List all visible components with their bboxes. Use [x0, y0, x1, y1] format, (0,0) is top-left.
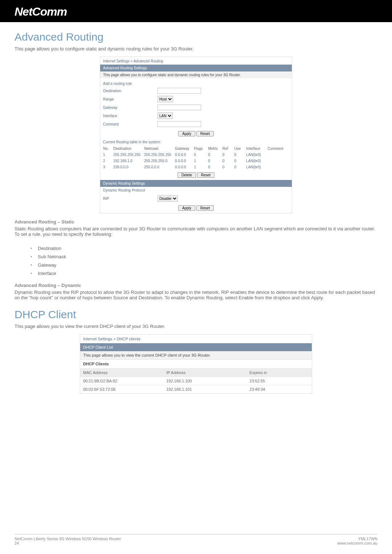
label-interface: Interface	[103, 114, 158, 118]
dhcp-panel: Internet Settings > DHCP clients DHCP Cl…	[80, 334, 312, 394]
para-dynamic: Dynamic Routing uses the RIP protocol to…	[15, 290, 377, 300]
footer-product: NetComm Liberty Series 3G Wireless N150 …	[15, 537, 121, 541]
list-item: Destination	[30, 244, 377, 253]
select-interface[interactable]: LAN	[158, 112, 173, 119]
label-range: Range	[103, 97, 158, 101]
heading-static: Advanced Routing – Static	[15, 219, 377, 225]
select-range[interactable]: Host	[158, 96, 173, 102]
footer: NetComm Liberty Series 3G Wireless N150 …	[15, 534, 377, 545]
breadcrumb: Internet Settings > Advanced Routing	[100, 57, 292, 65]
dhcp-section: DHCP Clients	[80, 359, 312, 368]
input-destination[interactable]	[158, 88, 201, 94]
col-comment: Comment	[268, 147, 289, 151]
dhcp-breadcrumb: Internet Settings > DHCP clients	[80, 335, 312, 343]
col-ip: IP Address	[166, 370, 249, 375]
table-row[interactable]: 3239.0.0.0255.0.0.00.0.0.01000LAN(br0)	[100, 164, 292, 170]
page-content: Advanced Routing This page allows you to…	[0, 22, 392, 394]
footer-url: www.netcomm.com.au	[337, 541, 377, 545]
col-exp: Expires in	[249, 370, 309, 375]
col-no: No.	[103, 147, 113, 151]
label-comment: Comment	[103, 122, 158, 126]
col-iface: Interface	[246, 147, 268, 151]
reset-button[interactable]: Reset	[196, 131, 214, 136]
dyn-apply-button[interactable]: Apply	[178, 205, 195, 211]
table-row[interactable]: 00:21:9B:D2:BA:82192.168.1.10023:52:55	[80, 377, 312, 385]
reset-table-button[interactable]: Reset	[197, 172, 215, 178]
list-item: Interface	[30, 269, 377, 278]
col-dest: Destination	[113, 147, 144, 151]
col-mac: MAC Address	[83, 370, 166, 375]
select-rip[interactable]: Disable	[158, 195, 178, 202]
heading-advanced-routing: Advanced Routing	[15, 31, 377, 43]
panel-desc: This page allows you to configure static…	[100, 71, 292, 78]
routing-table-header: No. Destination Netmask Gateway Flags Me…	[100, 145, 292, 152]
label-destination: Destination	[103, 89, 158, 93]
brand-logo: NetComm	[15, 5, 377, 19]
table-row[interactable]: 00:02:6F:53:72:0E192.168.1.10123:49:34	[80, 385, 312, 393]
heading-dhcp: DHCP Client	[15, 308, 377, 321]
col-gw: Gateway	[175, 147, 194, 151]
label-rip: RIP	[103, 197, 158, 201]
col-ref: Ref	[222, 147, 234, 151]
dhcp-title: DHCP Client List	[80, 343, 312, 351]
label-add-rule: Add a routing rule	[103, 82, 158, 86]
static-bullet-list: DestinationSub NetmaskGatewayInterface	[15, 242, 377, 280]
delete-button[interactable]: Delete	[177, 172, 196, 178]
table-row[interactable]: 1255.255.255.255255.255.255.2550.0.0.050…	[100, 152, 292, 158]
footer-model: YML17WN	[337, 537, 377, 541]
table-row[interactable]: 2192.168.1.0255.255.255.00.0.0.01000LAN(…	[100, 158, 292, 164]
col-use: Use	[234, 147, 246, 151]
dhcp-header-row: MAC Address IP Address Expires in	[80, 368, 312, 377]
list-item: Sub Netmask	[30, 253, 377, 261]
para-static: Static Routing allows computers that are…	[15, 226, 377, 237]
col-metric: Metric	[208, 147, 222, 151]
col-flags: Flags	[194, 147, 208, 151]
table-caption: Current Routing table in the system:	[100, 139, 292, 145]
heading-dynamic: Advanced Routing – Dynamic	[15, 283, 377, 288]
list-item: Gateway	[30, 261, 377, 269]
apply-button[interactable]: Apply	[178, 131, 195, 136]
routing-panel: Internet Settings > Advanced Routing Adv…	[100, 57, 292, 213]
dyn-reset-button[interactable]: Reset	[196, 205, 214, 211]
dynamic-bar: Dynamic Routing Settings	[100, 180, 292, 187]
footer-page: 24	[15, 541, 121, 545]
lead-advanced-routing: This page allows you to configure static…	[15, 46, 377, 52]
col-mask: Netmask	[144, 147, 175, 151]
lead-dhcp: This page allows you to view the current…	[15, 324, 377, 329]
label-gateway: Gateway	[103, 106, 158, 110]
input-comment[interactable]	[158, 121, 201, 127]
panel-title: Advanced Routing Settings	[100, 65, 292, 71]
input-gateway[interactable]	[158, 104, 201, 110]
dhcp-desc: This page allows you to view the current…	[80, 351, 312, 359]
topbar: NetComm	[0, 0, 392, 22]
dyn-proto-label: Dynamic Routing Protocol	[100, 187, 292, 194]
